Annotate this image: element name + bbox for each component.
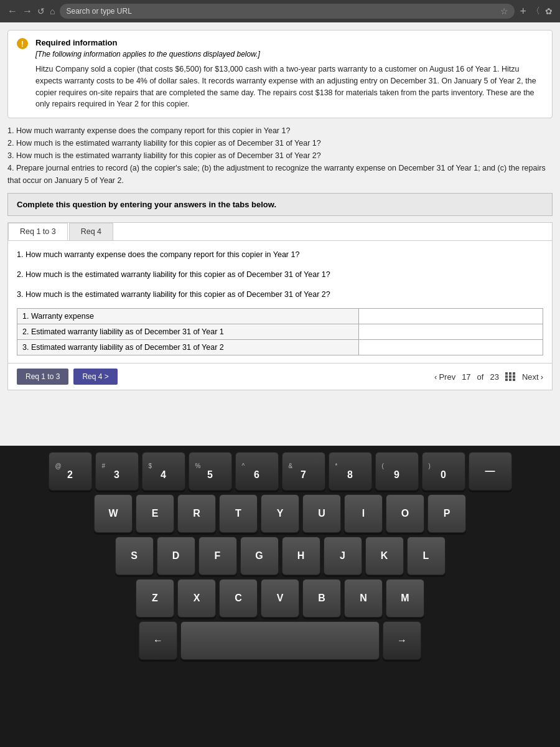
key-9[interactable]: ( 9 xyxy=(375,452,419,491)
key-n[interactable]: N xyxy=(344,579,383,618)
key-z[interactable]: Z xyxy=(136,579,174,618)
page-total: 23 xyxy=(490,372,498,382)
answer-table: 1. Warranty expense 2. Estimated warrant… xyxy=(17,308,543,355)
keyboard-row-asdf: S D F G H J K L xyxy=(12,537,548,575)
key-3[interactable]: # 3 xyxy=(95,452,139,491)
refresh-icon[interactable]: ↺ xyxy=(37,6,45,16)
tab-question-2: 2. How much is the estimated warranty li… xyxy=(17,268,543,281)
key-j[interactable]: J xyxy=(324,537,362,575)
key-u[interactable]: U xyxy=(302,494,341,533)
key-y[interactable]: Y xyxy=(261,494,299,533)
key-m[interactable]: M xyxy=(386,579,424,618)
key-c[interactable]: C xyxy=(219,579,258,618)
tab-nav-buttons: Req 1 to 3 Req 4 > ‹ Prev 17 of 23 xyxy=(8,363,552,390)
key-b[interactable]: B xyxy=(302,579,341,618)
key-t[interactable]: T xyxy=(219,494,258,533)
key-d[interactable]: D xyxy=(157,537,195,575)
url-bar[interactable]: Search or type URL ☆ xyxy=(60,4,515,19)
key-left-arrow[interactable]: ← xyxy=(139,621,177,660)
key-right-arrow[interactable]: → xyxy=(383,621,421,660)
req4-label: Req 4 xyxy=(82,372,102,381)
req4-arrow-icon: > xyxy=(105,372,109,381)
key-p[interactable]: P xyxy=(427,494,466,533)
table-row: 1. Warranty expense xyxy=(17,309,543,324)
nav-back-icon[interactable]: ← xyxy=(7,6,17,17)
row3-input[interactable] xyxy=(359,340,543,355)
question-1: 1. How much warranty expense does the co… xyxy=(7,125,553,137)
prev-button[interactable]: ‹ Prev xyxy=(434,372,455,382)
key-f[interactable]: F xyxy=(198,537,237,575)
question-2: 2. How much is the estimated warranty li… xyxy=(7,137,553,149)
keyboard-row-zxcvbnm: Z X C V B N M xyxy=(12,579,548,618)
key-6[interactable]: ^ 6 xyxy=(235,452,279,491)
browser-content: ! Required information [The following in… xyxy=(0,22,560,446)
req1to3-button[interactable]: Req 1 to 3 xyxy=(17,369,68,385)
req4-button[interactable]: Req 4 > xyxy=(73,369,117,385)
row1-label: 1. Warranty expense xyxy=(17,309,359,324)
page-current: 17 xyxy=(462,372,470,382)
questions-section: 1. How much warranty expense does the co… xyxy=(7,125,553,187)
tab-req1to3[interactable]: Req 1 to 3 xyxy=(8,223,68,240)
key-4[interactable]: $ 4 xyxy=(142,452,185,491)
chevron-left-icon: ‹ xyxy=(434,372,437,382)
row3-label: 3. Estimated warranty liability as of De… xyxy=(17,340,359,355)
key-o[interactable]: O xyxy=(386,494,424,533)
warning-icon: ! xyxy=(17,38,28,49)
info-box-subtitle: [The following information applies to th… xyxy=(35,50,543,59)
keyboard-bottom-row: ← → xyxy=(12,621,548,660)
key-x[interactable]: X xyxy=(177,579,216,618)
tab-content-req1to3: 1. How much warranty expense does the co… xyxy=(8,241,552,363)
key-i[interactable]: I xyxy=(344,494,383,533)
key-8[interactable]: * 8 xyxy=(329,452,372,491)
tab-question-3: 3. How much is the estimated warranty li… xyxy=(17,288,543,301)
question-4: 4. Prepare journal entries to record (a)… xyxy=(7,162,553,187)
key-v[interactable]: V xyxy=(261,579,299,618)
key-k[interactable]: K xyxy=(365,537,404,575)
key-7[interactable]: & 7 xyxy=(282,452,325,491)
chevron-right-icon: › xyxy=(541,372,543,382)
key-g[interactable]: G xyxy=(240,537,279,575)
grid-icon[interactable] xyxy=(505,372,516,381)
home-icon[interactable]: ⌂ xyxy=(50,6,55,16)
key-l[interactable]: L xyxy=(407,537,446,575)
key-5[interactable]: % 5 xyxy=(189,452,232,491)
complete-instruction: Complete this question by entering your … xyxy=(7,193,553,216)
key-dash[interactable]: — xyxy=(469,452,512,491)
question-3: 3. How much is the estimated warranty li… xyxy=(7,149,553,162)
plus-icon[interactable]: + xyxy=(520,5,526,18)
required-info-box: ! Required information [The following in… xyxy=(7,30,553,118)
keyboard-row-qwerty: W E R T Y U I O P xyxy=(12,494,548,533)
url-text: Search or type URL xyxy=(66,7,497,16)
table-row: 3. Estimated warranty liability as of De… xyxy=(17,340,543,355)
row2-input[interactable] xyxy=(359,324,543,340)
key-2[interactable]: @ 2 xyxy=(49,452,92,491)
next-button[interactable]: Next › xyxy=(522,372,543,382)
tab-container: Req 1 to 3 Req 4 1. How much warranty ex… xyxy=(7,222,553,390)
tab-question-1: 1. How much warranty expense does the co… xyxy=(17,248,543,261)
prev-label: Prev xyxy=(439,372,455,382)
row1-input[interactable] xyxy=(359,309,543,324)
table-row: 2. Estimated warranty liability as of De… xyxy=(17,324,543,340)
info-box-title: Required information xyxy=(35,38,543,47)
bracket-icon[interactable]: 〈 xyxy=(531,6,540,17)
tab-header: Req 1 to 3 Req 4 xyxy=(8,223,552,241)
keyboard-area: @ 2 # 3 $ 4 % 5 ^ 6 & 7 * 8 ( 9 xyxy=(0,446,560,747)
keyboard-number-row: @ 2 # 3 $ 4 % 5 ^ 6 & 7 * 8 ( 9 xyxy=(12,452,548,491)
key-e[interactable]: E xyxy=(136,494,174,533)
tab-req4[interactable]: Req 4 xyxy=(69,223,113,240)
key-space[interactable] xyxy=(180,621,380,660)
browser-bar: ← → ↺ ⌂ Search or type URL ☆ + 〈 ✿ xyxy=(0,0,560,22)
key-0[interactable]: ) 0 xyxy=(422,452,465,491)
key-w[interactable]: W xyxy=(94,494,133,533)
info-box-body: Hitzu Company sold a copier (that costs … xyxy=(35,63,543,110)
key-h[interactable]: H xyxy=(282,537,320,575)
nav-forward-icon[interactable]: → xyxy=(22,6,32,17)
key-r[interactable]: R xyxy=(177,494,216,533)
next-label: Next xyxy=(522,372,539,382)
row2-label: 2. Estimated warranty liability as of De… xyxy=(17,324,359,340)
key-s[interactable]: S xyxy=(115,537,154,575)
star-icon[interactable]: ☆ xyxy=(500,6,508,16)
gear-icon[interactable]: ✿ xyxy=(545,6,553,16)
pagination: ‹ Prev 17 of 23 Next › xyxy=(434,372,543,382)
of-label: of xyxy=(477,372,484,382)
